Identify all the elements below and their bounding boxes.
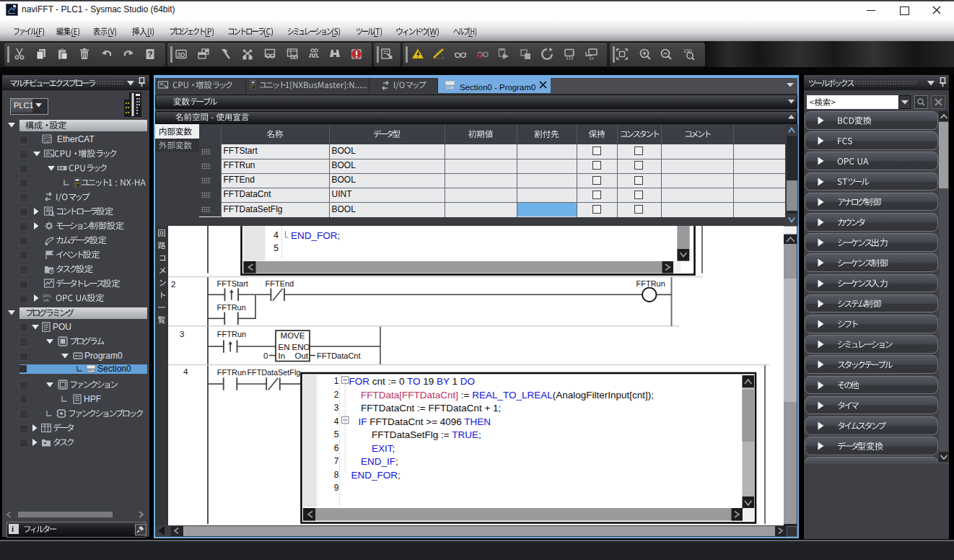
svg-text:CAT: CAT — [44, 140, 51, 144]
svg-text:3D: 3D — [178, 51, 185, 58]
svg-text:2: 2 — [171, 280, 175, 289]
svg-text:3: 3 — [180, 330, 184, 338]
svg-text:?: ? — [148, 50, 153, 58]
svg-text:FFTRun: FFTRun — [217, 330, 246, 338]
svg-text:FFTRun: FFTRun — [636, 279, 665, 288]
svg-text:9: 9 — [334, 483, 339, 493]
svg-text:4: 4 — [273, 230, 279, 240]
svg-text:FFTEnd: FFTEnd — [266, 279, 294, 288]
svg-text:FFTStart: FFTStart — [217, 279, 248, 288]
svg-text:UA: UA — [43, 298, 49, 302]
svg-text:ENO: ENO — [292, 343, 310, 351]
svg-text:6: 6 — [334, 443, 339, 453]
svg-text:2: 2 — [334, 390, 339, 400]
svg-text:5: 5 — [334, 429, 339, 439]
svg-text:FFTRun: FFTRun — [217, 303, 246, 312]
svg-text:5: 5 — [273, 243, 279, 253]
svg-text:Out: Out — [295, 351, 309, 360]
svg-text:1: 1 — [334, 376, 339, 386]
svg-text:FFTRun: FFTRun — [217, 368, 246, 377]
svg-text:4: 4 — [334, 416, 339, 426]
svg-text:In: In — [279, 351, 286, 360]
svg-text:3: 3 — [334, 403, 339, 413]
svg-text:EN: EN — [279, 343, 290, 351]
svg-text:FFTDataSetFlg: FFTDataSetFlg — [248, 368, 301, 377]
svg-text:FFTDataCnt: FFTDataCnt — [317, 351, 361, 360]
svg-text:8: 8 — [334, 470, 339, 480]
svg-text:4: 4 — [183, 367, 188, 376]
svg-text:7: 7 — [334, 456, 339, 466]
svg-text:MOVE: MOVE — [281, 331, 305, 340]
svg-text:0: 0 — [263, 351, 268, 360]
svg-text:1: 1 — [572, 51, 574, 56]
